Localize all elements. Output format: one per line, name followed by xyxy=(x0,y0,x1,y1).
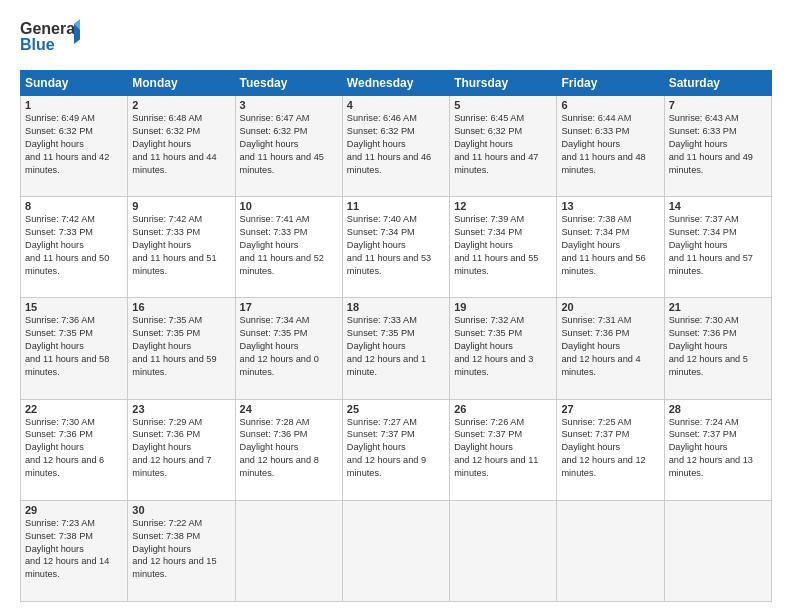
header-saturday: Saturday xyxy=(664,71,771,96)
table-row: 3 Sunrise: 6:47 AM Sunset: 6:32 PM Dayli… xyxy=(235,96,342,197)
table-row: 28 Sunrise: 7:24 AM Sunset: 7:37 PM Dayl… xyxy=(664,399,771,500)
empty-cell xyxy=(664,500,771,601)
table-row: 14 Sunrise: 7:37 AM Sunset: 7:34 PM Dayl… xyxy=(664,197,771,298)
table-row: 9 Sunrise: 7:42 AM Sunset: 7:33 PM Dayli… xyxy=(128,197,235,298)
table-row: 11 Sunrise: 7:40 AM Sunset: 7:34 PM Dayl… xyxy=(342,197,449,298)
svg-text:Blue: Blue xyxy=(20,36,55,53)
table-row: 26 Sunrise: 7:26 AM Sunset: 7:37 PM Dayl… xyxy=(450,399,557,500)
table-row: 19 Sunrise: 7:32 AM Sunset: 7:35 PM Dayl… xyxy=(450,298,557,399)
table-row: 7 Sunrise: 6:43 AM Sunset: 6:33 PM Dayli… xyxy=(664,96,771,197)
header-sunday: Sunday xyxy=(21,71,128,96)
table-row: 6 Sunrise: 6:44 AM Sunset: 6:33 PM Dayli… xyxy=(557,96,664,197)
calendar-week-row: 8 Sunrise: 7:42 AM Sunset: 7:33 PM Dayli… xyxy=(21,197,772,298)
table-row: 21 Sunrise: 7:30 AM Sunset: 7:36 PM Dayl… xyxy=(664,298,771,399)
calendar-week-row: 29 Sunrise: 7:23 AM Sunset: 7:38 PM Dayl… xyxy=(21,500,772,601)
table-row: 25 Sunrise: 7:27 AM Sunset: 7:37 PM Dayl… xyxy=(342,399,449,500)
table-row: 29 Sunrise: 7:23 AM Sunset: 7:38 PM Dayl… xyxy=(21,500,128,601)
logo-icon: General Blue xyxy=(20,16,80,56)
header: General Blue xyxy=(20,16,772,60)
calendar-week-row: 15 Sunrise: 7:36 AM Sunset: 7:35 PM Dayl… xyxy=(21,298,772,399)
table-row: 4 Sunrise: 6:46 AM Sunset: 6:32 PM Dayli… xyxy=(342,96,449,197)
header-thursday: Thursday xyxy=(450,71,557,96)
table-row: 20 Sunrise: 7:31 AM Sunset: 7:36 PM Dayl… xyxy=(557,298,664,399)
table-row: 8 Sunrise: 7:42 AM Sunset: 7:33 PM Dayli… xyxy=(21,197,128,298)
days-header-row: Sunday Monday Tuesday Wednesday Thursday… xyxy=(21,71,772,96)
table-row: 18 Sunrise: 7:33 AM Sunset: 7:35 PM Dayl… xyxy=(342,298,449,399)
svg-text:General: General xyxy=(20,20,80,37)
empty-cell xyxy=(342,500,449,601)
header-monday: Monday xyxy=(128,71,235,96)
table-row: 2 Sunrise: 6:48 AM Sunset: 6:32 PM Dayli… xyxy=(128,96,235,197)
table-row: 13 Sunrise: 7:38 AM Sunset: 7:34 PM Dayl… xyxy=(557,197,664,298)
calendar-week-row: 1 Sunrise: 6:49 AM Sunset: 6:32 PM Dayli… xyxy=(21,96,772,197)
table-row: 24 Sunrise: 7:28 AM Sunset: 7:36 PM Dayl… xyxy=(235,399,342,500)
calendar-week-row: 22 Sunrise: 7:30 AM Sunset: 7:36 PM Dayl… xyxy=(21,399,772,500)
logo: General Blue xyxy=(20,16,80,60)
table-row: 12 Sunrise: 7:39 AM Sunset: 7:34 PM Dayl… xyxy=(450,197,557,298)
header-friday: Friday xyxy=(557,71,664,96)
empty-cell xyxy=(235,500,342,601)
calendar-page: General Blue Sunday Monday Tuesday Wedne… xyxy=(0,0,792,612)
table-row: 30 Sunrise: 7:22 AM Sunset: 7:38 PM Dayl… xyxy=(128,500,235,601)
empty-cell xyxy=(557,500,664,601)
table-row: 1 Sunrise: 6:49 AM Sunset: 6:32 PM Dayli… xyxy=(21,96,128,197)
header-wednesday: Wednesday xyxy=(342,71,449,96)
table-row: 22 Sunrise: 7:30 AM Sunset: 7:36 PM Dayl… xyxy=(21,399,128,500)
table-row: 17 Sunrise: 7:34 AM Sunset: 7:35 PM Dayl… xyxy=(235,298,342,399)
table-row: 5 Sunrise: 6:45 AM Sunset: 6:32 PM Dayli… xyxy=(450,96,557,197)
header-tuesday: Tuesday xyxy=(235,71,342,96)
table-row: 23 Sunrise: 7:29 AM Sunset: 7:36 PM Dayl… xyxy=(128,399,235,500)
table-row: 16 Sunrise: 7:35 AM Sunset: 7:35 PM Dayl… xyxy=(128,298,235,399)
empty-cell xyxy=(450,500,557,601)
table-row: 27 Sunrise: 7:25 AM Sunset: 7:37 PM Dayl… xyxy=(557,399,664,500)
table-row: 15 Sunrise: 7:36 AM Sunset: 7:35 PM Dayl… xyxy=(21,298,128,399)
table-row: 10 Sunrise: 7:41 AM Sunset: 7:33 PM Dayl… xyxy=(235,197,342,298)
calendar-table: Sunday Monday Tuesday Wednesday Thursday… xyxy=(20,70,772,602)
